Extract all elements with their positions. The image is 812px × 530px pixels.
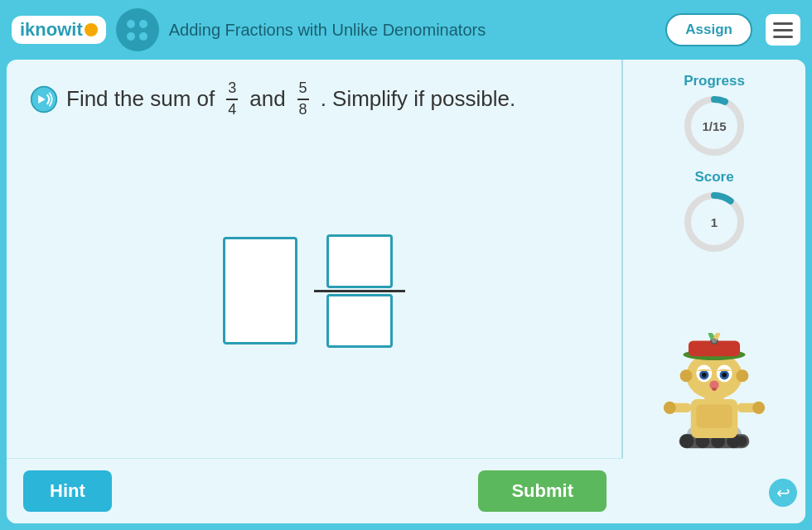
fraction-divider <box>314 290 405 292</box>
score-label: Score <box>694 169 733 186</box>
fraction-input-group <box>314 234 405 348</box>
logo-text: iknowit <box>20 19 83 41</box>
question-text: Find the sum of 3 4 and 5 8 . Simplify i… <box>30 80 598 118</box>
main-area: Find the sum of 3 4 and 5 8 . Simplify i… <box>7 60 805 523</box>
fraction-2-denominator: 8 <box>297 100 309 119</box>
score-value: 1 <box>711 215 718 229</box>
bottom-bar: Hint Submit <box>7 458 623 523</box>
denominator-input[interactable] <box>326 294 393 348</box>
svg-point-26 <box>712 339 717 344</box>
svg-point-12 <box>736 436 747 446</box>
question-panel: Find the sum of 3 4 and 5 8 . Simplify i… <box>7 60 623 458</box>
logo: iknowit <box>12 16 106 44</box>
progress-value: 1/15 <box>702 119 726 133</box>
menu-icon <box>773 36 793 38</box>
menu-button[interactable] <box>766 14 800 46</box>
mascot-image <box>660 333 768 465</box>
hint-button[interactable]: Hint <box>23 470 112 512</box>
fraction-1: 3 4 <box>226 80 238 118</box>
logo-icon <box>85 23 98 36</box>
svg-point-35 <box>680 369 693 382</box>
svg-point-32 <box>722 373 727 378</box>
question-suffix: . Simplify if possible. <box>321 82 516 117</box>
whole-number-input[interactable] <box>223 237 297 344</box>
sound-icon[interactable] <box>30 85 58 113</box>
question-container: Find the sum of 3 4 and 5 8 . Simplify i… <box>7 60 623 523</box>
progress-circle: 1/15 <box>681 93 747 159</box>
fraction-1-denominator: 4 <box>226 100 238 119</box>
submit-button[interactable]: Submit <box>478 470 607 512</box>
right-panel: Progress 1/15 Score 1 <box>623 60 805 523</box>
back-button[interactable]: ↩ <box>769 479 797 507</box>
question-mid: and <box>249 82 285 117</box>
svg-point-31 <box>702 373 707 378</box>
svg-rect-34 <box>712 388 717 391</box>
answer-area <box>30 143 598 438</box>
fraction-2-numerator: 5 <box>297 80 309 100</box>
score-circle: 1 <box>681 189 747 255</box>
menu-icon <box>773 22 793 25</box>
progress-label: Progress <box>684 73 745 89</box>
svg-point-36 <box>736 369 748 382</box>
fraction-1-numerator: 3 <box>226 80 238 100</box>
svg-rect-14 <box>696 405 732 428</box>
film-icon <box>116 8 159 51</box>
fraction-2: 5 8 <box>297 80 309 118</box>
svg-point-18 <box>752 402 765 414</box>
mascot-area <box>660 265 768 469</box>
back-icon: ↩ <box>776 483 790 503</box>
svg-point-8 <box>680 434 694 448</box>
page-title: Adding Fractions with Unlike Denominator… <box>169 21 656 40</box>
score-section: Score 1 <box>681 169 747 255</box>
assign-button[interactable]: Assign <box>665 13 752 46</box>
header: iknowit Adding Fractions with Unlike Den… <box>0 0 812 60</box>
progress-section: Progress 1/15 <box>681 73 747 159</box>
numerator-input[interactable] <box>326 234 393 288</box>
question-prefix: Find the sum of <box>66 82 215 117</box>
menu-icon <box>773 29 793 31</box>
svg-point-17 <box>664 402 676 414</box>
